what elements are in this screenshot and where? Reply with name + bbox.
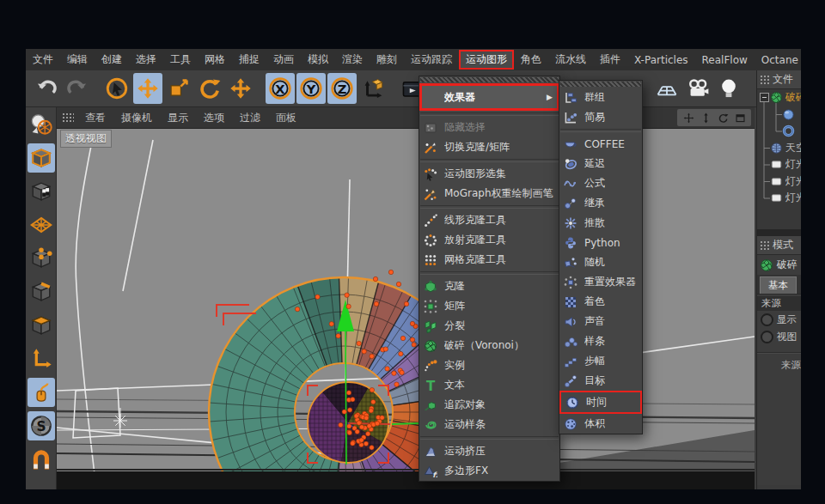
menu-item-着色[interactable]: 着色 — [559, 292, 642, 312]
menu-item-目标[interactable]: 目标 — [559, 371, 642, 391]
menu-item-矩阵[interactable]: 矩阵 — [419, 296, 559, 316]
menu-item-时间[interactable]: 时间 — [559, 391, 642, 414]
radio-icon[interactable] — [761, 313, 773, 326]
object-row-灯光[interactable]: 灯光 — [757, 156, 801, 173]
menubar-item-Octane[interactable]: Octane — [755, 51, 801, 70]
move-button[interactable] — [133, 73, 162, 104]
radio-option-显示[interactable]: 显示 — [757, 311, 801, 328]
menu-item-运动样条[interactable]: 运动样条 — [419, 415, 559, 434]
menu-item-切换克隆/矩阵[interactable]: 切换克隆/矩阵 — [419, 137, 559, 157]
menu-item-克隆[interactable]: 克隆 — [419, 276, 559, 296]
light-button[interactable] — [714, 73, 743, 104]
polygons-mode-button[interactable] — [28, 311, 55, 340]
expander-icon[interactable] — [760, 93, 769, 102]
menu-item-网格克隆工具[interactable]: 网格克隆工具 — [419, 250, 559, 270]
menubar-item-编辑[interactable]: 编辑 — [60, 49, 95, 70]
menu-item-随机[interactable]: 随机 — [559, 252, 642, 272]
menu-item-多边形FX[interactable]: fx多边形FX — [419, 461, 559, 481]
menu-item-效果器[interactable]: 效果器▶ — [419, 83, 559, 111]
attribute-mode-menu[interactable]: 模式 — [773, 238, 793, 252]
live-selection-button[interactable] — [102, 73, 131, 104]
coordinate-system-button[interactable] — [358, 73, 388, 104]
menu-item-继承[interactable]: 继承 — [559, 193, 642, 213]
menubar-item-创建[interactable]: 创建 — [95, 49, 129, 70]
menu-item-群组[interactable]: 群组 — [559, 88, 642, 107]
object-row-灯光[interactable]: 灯光 — [757, 190, 801, 207]
menu-item-COFFEE[interactable]: COFFEE — [559, 134, 642, 154]
object-row-child-1[interactable] — [757, 106, 801, 124]
menubar-item-渲染[interactable]: 渲染 — [335, 49, 370, 70]
menu-item-文本[interactable]: T文本 — [419, 375, 559, 395]
viewport-menu-过滤[interactable]: 过滤 — [232, 108, 268, 128]
attribute-manager-header[interactable]: 模式 — [757, 236, 801, 255]
menubar-item-工具[interactable]: 工具 — [163, 49, 198, 70]
tab-basic[interactable]: 基本 — [760, 276, 797, 294]
make-editable-button[interactable] — [28, 110, 55, 139]
points-mode-button[interactable] — [28, 244, 55, 273]
menubar-item-运动跟踪[interactable]: 运动跟踪 — [404, 49, 459, 70]
radio-option-视图[interactable]: 视图 — [757, 328, 801, 345]
y-axis-toggle-button[interactable]: Y — [296, 73, 326, 104]
texture-mode-button[interactable] — [28, 177, 55, 206]
maximize-button[interactable] — [732, 110, 748, 125]
redo-button[interactable] — [63, 73, 92, 104]
radio-icon[interactable] — [761, 331, 773, 343]
viewport-menu-选项[interactable]: 选项 — [196, 108, 232, 128]
menu-item-推散[interactable]: 推散 — [559, 213, 642, 233]
menubar-item-RealFlow[interactable]: RealFlow — [695, 51, 755, 70]
enable-axis-button[interactable] — [28, 344, 55, 373]
viewport-menu-摄像机[interactable]: 摄像机 — [113, 108, 160, 128]
menubar-item-动画[interactable]: 动画 — [266, 49, 301, 70]
menu-item-Python[interactable]: Python — [559, 233, 642, 252]
snap-button[interactable]: S — [28, 411, 55, 440]
menu-item-步幅[interactable]: 步幅 — [559, 351, 642, 371]
menu-item-实例[interactable]: 实例 — [419, 355, 559, 375]
pan-button[interactable] — [681, 110, 696, 125]
scale-button[interactable] — [164, 73, 193, 104]
menu-item-延迟[interactable]: 延迟 — [559, 154, 642, 173]
menubar-item-雕刻[interactable]: 雕刻 — [370, 49, 404, 70]
viewport-menu-面板[interactable]: 面板 — [268, 108, 304, 128]
viewport-canvas[interactable]: 透视视图 — [57, 128, 755, 489]
object-row-child-2[interactable] — [757, 123, 801, 140]
menu-item-公式[interactable]: 公式 — [559, 173, 642, 193]
object-row-破碎[interactable]: 破碎 — [757, 89, 801, 106]
menu-item-破碎（Voronoi）[interactable]: 破碎（Voronoi） — [419, 336, 559, 355]
zoom-button[interactable] — [698, 110, 713, 125]
move-alt-button[interactable] — [226, 73, 255, 104]
menu-item-追踪对象[interactable]: 追踪对象 — [419, 395, 559, 415]
menu-item-体积[interactable]: 体积 — [559, 414, 642, 434]
z-axis-toggle-button[interactable]: Z — [327, 73, 357, 104]
menu-item-简易[interactable]: 简易 — [559, 107, 642, 127]
menu-item-MoGraph权重绘制画笔[interactable]: MoGraph权重绘制画笔 — [419, 184, 559, 203]
menubar-item-运动图形[interactable]: 运动图形 — [459, 50, 514, 70]
edges-mode-button[interactable] — [28, 277, 55, 307]
menubar-item-模拟[interactable]: 模拟 — [301, 49, 335, 70]
drag-grip-icon[interactable] — [62, 112, 74, 123]
menu-item-放射克隆工具[interactable]: 放射克隆工具 — [419, 230, 559, 250]
floor-grid-button[interactable] — [652, 73, 681, 104]
viewport-panel[interactable]: 查看摄像机显示选项过滤面板 透视视图 — [57, 107, 755, 489]
object-row-灯光[interactable]: 灯光 — [757, 173, 801, 191]
workplane-mode-button[interactable] — [28, 210, 55, 240]
viewport-solo-button[interactable] — [28, 378, 55, 407]
rotate-button[interactable] — [195, 73, 224, 104]
menu-item-声音[interactable]: 声音 — [559, 312, 642, 331]
object-manager-menu[interactable]: 文件 — [773, 72, 793, 87]
menu-item-运动图形选集[interactable]: 运动图形选集 — [419, 164, 559, 184]
menubar-item-插件[interactable]: 插件 — [593, 49, 627, 70]
menubar-item-捕捉[interactable]: 捕捉 — [232, 49, 266, 70]
viewport-menu-显示[interactable]: 显示 — [160, 108, 196, 128]
camera-button[interactable] — [683, 73, 712, 104]
undo-button[interactable] — [32, 73, 61, 104]
menu-item-分裂[interactable]: 分裂 — [419, 316, 559, 336]
menu-item-样条[interactable]: 样条 — [559, 331, 642, 351]
magnet-button[interactable] — [28, 445, 55, 474]
model-mode-button[interactable] — [28, 143, 55, 173]
menubar-item-文件[interactable]: 文件 — [26, 49, 60, 70]
viewport-menu-查看[interactable]: 查看 — [77, 108, 113, 128]
menu-item-重置效果器[interactable]: 重置效果器 — [559, 272, 642, 292]
menubar-item-X-Particles[interactable]: X-Particles — [627, 51, 695, 70]
rotate-view-button[interactable] — [715, 110, 730, 125]
menubar-item-流水线[interactable]: 流水线 — [548, 49, 593, 70]
